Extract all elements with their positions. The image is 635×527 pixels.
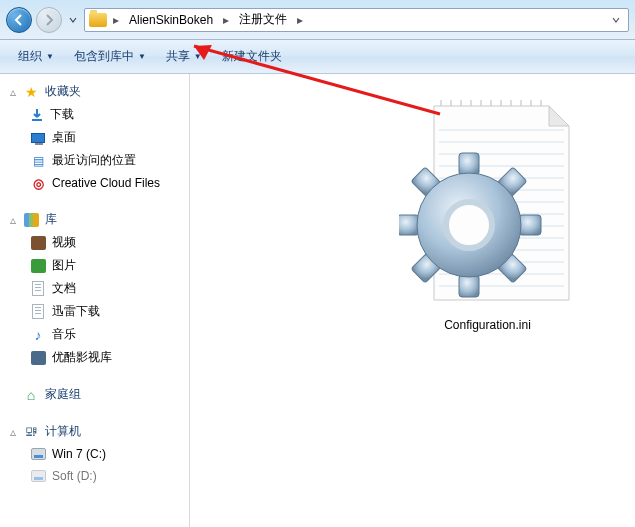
homegroup-label: 家庭组: [45, 386, 81, 403]
command-toolbar: 组织 ▼ 包含到库中 ▼ 共享 ▼ 新建文件夹: [0, 40, 635, 74]
pictures-icon: [30, 258, 46, 274]
favorites-group: ▵ ★ 收藏夹 下载 桌面 ▤ 最近访问的位置 ◎ Creative Cloud…: [0, 80, 189, 194]
sidebar-item-videos[interactable]: 视频: [0, 231, 189, 254]
chevron-down-icon: [69, 16, 77, 24]
sidebar-item-drive-c[interactable]: Win 7 (C:): [0, 443, 189, 465]
expand-icon: ▵: [8, 427, 17, 436]
chevron-down-icon: ▼: [138, 52, 146, 61]
share-label: 共享: [166, 48, 190, 65]
new-folder-button[interactable]: 新建文件夹: [214, 44, 290, 69]
libraries-group: ▵ 库 视频 图片 文档 迅雷下载 ♪ 音乐: [0, 208, 189, 369]
svg-rect-29: [459, 275, 479, 297]
svg-rect-31: [519, 215, 541, 235]
sidebar-item-creative-cloud[interactable]: ◎ Creative Cloud Files: [0, 172, 189, 194]
computer-header[interactable]: ▵ 🖳 计算机: [0, 420, 189, 443]
libraries-label: 库: [45, 211, 57, 228]
item-label: 优酷影视库: [52, 349, 112, 366]
computer-icon: 🖳: [23, 424, 39, 440]
favorites-label: 收藏夹: [45, 83, 81, 100]
body-split: ▵ ★ 收藏夹 下载 桌面 ▤ 最近访问的位置 ◎ Creative Cloud…: [0, 74, 635, 527]
arrow-left-icon: [13, 14, 25, 26]
breadcrumb-separator: ▸: [221, 13, 231, 27]
download-icon: [30, 108, 44, 122]
sidebar-item-recent[interactable]: ▤ 最近访问的位置: [0, 149, 189, 172]
computer-label: 计算机: [45, 423, 81, 440]
breadcrumb-dropdown[interactable]: [608, 13, 624, 27]
breadcrumb-item-1[interactable]: AlienSkinBokeh: [125, 11, 217, 29]
item-label: 桌面: [52, 129, 76, 146]
chevron-down-icon: ▼: [194, 52, 202, 61]
svg-rect-0: [32, 119, 42, 121]
folder-icon: [89, 13, 107, 27]
libraries-header[interactable]: ▵ 库: [0, 208, 189, 231]
breadcrumb-item-2[interactable]: 注册文件: [235, 9, 291, 30]
svg-rect-30: [399, 215, 419, 235]
share-menu[interactable]: 共享 ▼: [158, 44, 210, 69]
back-button[interactable]: [6, 7, 32, 33]
sidebar-item-music[interactable]: ♪ 音乐: [0, 323, 189, 346]
item-label: 迅雷下载: [52, 303, 100, 320]
address-bar-row: ▸ AlienSkinBokeh ▸ 注册文件 ▸: [0, 0, 635, 40]
svg-rect-28: [459, 153, 479, 175]
expand-icon: [8, 390, 17, 399]
include-label: 包含到库中: [74, 48, 134, 65]
homegroup-group: ⌂ 家庭组: [0, 383, 189, 406]
breadcrumb-separator: ▸: [111, 13, 121, 27]
favorites-header[interactable]: ▵ ★ 收藏夹: [0, 80, 189, 103]
sidebar-item-xunlei[interactable]: 迅雷下载: [0, 300, 189, 323]
include-in-library-menu[interactable]: 包含到库中 ▼: [66, 44, 154, 69]
creative-cloud-icon: ◎: [30, 175, 46, 191]
breadcrumb-separator: ▸: [295, 13, 305, 27]
expand-icon: ▵: [8, 215, 17, 224]
nav-history-dropdown[interactable]: [66, 16, 80, 24]
documents-icon: [30, 281, 46, 297]
organize-label: 组织: [18, 48, 42, 65]
file-item-configuration[interactable]: Configuration.ini: [390, 92, 585, 340]
computer-group: ▵ 🖳 计算机 Win 7 (C:) Soft (D:): [0, 420, 189, 487]
expand-icon: ▵: [8, 87, 17, 96]
item-label: Soft (D:): [52, 469, 97, 483]
item-label: 图片: [52, 257, 76, 274]
folder-content-pane[interactable]: Configuration.ini: [190, 74, 635, 527]
item-label: 音乐: [52, 326, 76, 343]
organize-menu[interactable]: 组织 ▼: [10, 44, 62, 69]
new-folder-label: 新建文件夹: [222, 48, 282, 65]
item-label: Creative Cloud Files: [52, 176, 160, 190]
desktop-icon: [30, 130, 46, 146]
breadcrumb[interactable]: ▸ AlienSkinBokeh ▸ 注册文件 ▸: [84, 8, 629, 32]
file-thumbnail: [399, 100, 577, 310]
sidebar-item-desktop[interactable]: 桌面: [0, 126, 189, 149]
svg-marker-2: [549, 106, 569, 126]
arrow-right-icon: [43, 14, 55, 26]
youku-icon: [30, 350, 46, 366]
recent-places-icon: ▤: [30, 153, 46, 169]
xunlei-icon: [30, 304, 46, 320]
item-label: 下载: [50, 106, 74, 123]
videos-icon: [30, 235, 46, 251]
navigation-sidebar: ▵ ★ 收藏夹 下载 桌面 ▤ 最近访问的位置 ◎ Creative Cloud…: [0, 74, 190, 527]
disk-icon: [30, 468, 46, 484]
item-label: 文档: [52, 280, 76, 297]
file-name-label: Configuration.ini: [444, 318, 531, 332]
music-icon: ♪: [30, 327, 46, 343]
sidebar-item-pictures[interactable]: 图片: [0, 254, 189, 277]
forward-button[interactable]: [36, 7, 62, 33]
sidebar-item-drive-d[interactable]: Soft (D:): [0, 465, 189, 487]
disk-icon: [30, 446, 46, 462]
homegroup-header[interactable]: ⌂ 家庭组: [0, 383, 189, 406]
item-label: Win 7 (C:): [52, 447, 106, 461]
libraries-icon: [23, 212, 39, 228]
item-label: 视频: [52, 234, 76, 251]
item-label: 最近访问的位置: [52, 152, 136, 169]
homegroup-icon: ⌂: [23, 387, 39, 403]
sidebar-item-documents[interactable]: 文档: [0, 277, 189, 300]
chevron-down-icon: [612, 16, 620, 24]
sidebar-item-youku[interactable]: 优酷影视库: [0, 346, 189, 369]
chevron-down-icon: ▼: [46, 52, 54, 61]
sidebar-item-downloads[interactable]: 下载: [0, 103, 189, 126]
star-icon: ★: [23, 84, 39, 100]
ini-file-icon: [399, 100, 577, 310]
